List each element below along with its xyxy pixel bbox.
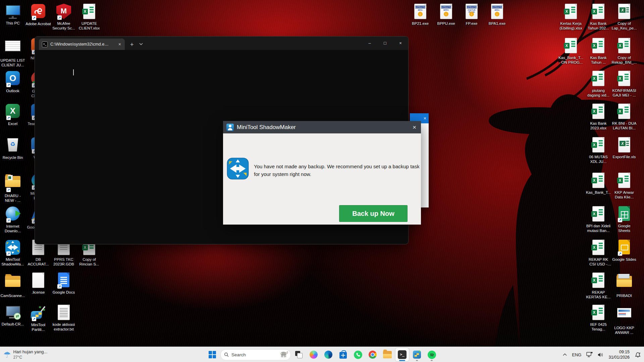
pwizard-icon: ★★↗ — [30, 305, 46, 321]
desktop-icon[interactable]: ⇄Default-CR... — [0, 304, 25, 326]
desktop-icon-label: This PC — [0, 21, 25, 25]
desktop-icon[interactable]: O↗Outlook — [0, 70, 25, 93]
backup-now-button[interactable]: Back up Now — [339, 205, 408, 222]
xls-file-icon: X — [616, 4, 632, 20]
taskbar-search[interactable]: Search — [220, 349, 291, 360]
desktop-icon-label: DB ACCURAT... — [25, 257, 51, 267]
language-indicator[interactable]: ENG — [572, 352, 581, 357]
desktop-icon-label: BPA1.exe — [484, 21, 510, 26]
desktop-icon[interactable]: ★★↗MiniTool Partiti... — [25, 304, 51, 332]
excel-file-icon: X — [563, 4, 579, 20]
desktop-icon[interactable]: XExportFile.xls — [611, 137, 637, 159]
shadowmaker-app-icon — [226, 124, 234, 131]
desktop-icon[interactable]: XKas Bank 2023.xlsx — [586, 103, 611, 131]
dialog-close-icon[interactable]: × — [411, 124, 418, 131]
weather-widget[interactable]: ☂ Hari hujan yang... 27°C — [3, 348, 47, 361]
maximize-button[interactable]: □ — [377, 37, 393, 50]
desktop-icon-label: MiniTool Partiti... — [25, 322, 51, 332]
excel-file-icon: X — [563, 38, 579, 54]
monitor-icon — [5, 3, 21, 19]
desktop-icon-label: BP21.exe — [408, 21, 433, 26]
desktop-icon[interactable]: This PC — [0, 3, 25, 25]
taskbar-file-explorer[interactable] — [381, 348, 394, 361]
notification-bell-icon[interactable]: z — [635, 352, 641, 358]
close-button[interactable]: × — [393, 37, 408, 50]
close-icon[interactable]: × — [424, 116, 426, 121]
weather-temperature: 27°C — [13, 355, 47, 360]
desktop-icon[interactable]: XCopy of Rekap_BNI_... — [611, 38, 637, 65]
desktop-icon[interactable]: XREKAP RK CSI USD - 2022.... — [586, 239, 611, 267]
desktop-icon[interactable]: EXTRACTORBPA1↓BPA1.exe — [484, 3, 510, 26]
running-indicator — [431, 360, 433, 361]
taskbar-spotify[interactable] — [425, 348, 438, 361]
desktop-icon-label: Kertas Kerja (Ebilling).xlsx — [558, 21, 584, 31]
taskbar-edge[interactable] — [322, 348, 335, 361]
desktop-icon-label: kode aktivasi extractor.txt — [51, 322, 76, 332]
minitool-partition-wizard-icon — [413, 351, 421, 359]
tab-close-icon[interactable]: × — [118, 42, 122, 47]
desktop-icon[interactable]: M↗McAfee Security Sc... — [51, 3, 76, 31]
network-icon[interactable] — [586, 352, 593, 357]
desktop-icon[interactable]: ↗Internet Downlo... — [0, 206, 25, 234]
taskbar-microsoft-store[interactable] — [336, 348, 350, 361]
windows-logo-icon — [209, 351, 216, 358]
whatsapp-icon — [354, 351, 362, 359]
extractor-icon: EXTRACTORFAKTUR PAJAK↓ — [464, 4, 480, 20]
excel-file-icon: X — [590, 273, 606, 289]
taskbar-copilot[interactable] — [307, 348, 320, 361]
desktop-icon-label: DHARU - NEW - ... — [0, 193, 25, 203]
minimize-button[interactable]: – — [362, 37, 377, 50]
desktop-icon[interactable]: ↗Google Slides — [611, 239, 637, 262]
desktop-icon[interactable]: ↗Google Docs — [51, 272, 76, 295]
desktop-icon[interactable]: XKas Bank Tahun ... — [586, 38, 611, 65]
desktop-icon[interactable]: Xpiutang dagang xid... — [586, 70, 611, 98]
desktop-icon[interactable]: LOGO KKP ANWAR ... — [611, 304, 637, 335]
desktop-icon[interactable]: ↗DHARU - NEW - ... — [0, 172, 25, 203]
desktop-icon[interactable]: UPDATE LIST CLIENT JU... — [0, 38, 25, 68]
desktop-icon[interactable]: XIIEF 0425 Tenag... — [586, 304, 611, 332]
taskbar-minitool-partition-wizard[interactable] — [410, 348, 424, 361]
desktop-icon[interactable]: X↗Excel — [0, 103, 25, 126]
desktop-icon[interactable]: XUPDATE CLIENT.xlsx — [76, 3, 102, 31]
desktop-icon[interactable]: XKKP Anwar Data Klie... — [611, 172, 637, 200]
taskbar-start[interactable] — [206, 348, 219, 361]
desktop-icon[interactable]: XKas Bank Tahun 202... — [586, 3, 611, 31]
tab-dropdown-icon[interactable] — [139, 41, 143, 47]
desktop-icon[interactable]: EXTRACTORBP21↓BP21.exe — [408, 3, 433, 26]
desktop-icon[interactable]: XBPI dan Xideli mutasi Ban... — [586, 206, 611, 233]
volume-icon[interactable] — [598, 352, 603, 357]
desktop-icon[interactable]: ↗MiniTool ShadowMa... — [0, 239, 25, 267]
desktop-icon[interactable]: .license — [25, 272, 51, 295]
excel-file-icon: X — [590, 137, 606, 153]
desktop-icon[interactable]: ↗Adobe Acrobat — [25, 3, 51, 26]
desktop-icon[interactable]: XREKAP KERTAS KE... — [586, 272, 611, 300]
hidden-icons-chevron-icon[interactable] — [563, 353, 567, 356]
shortcut-arrow-icon: ↗ — [6, 83, 11, 87]
desktop-icon-label: FP.exe — [459, 21, 484, 26]
taskbar-chrome[interactable] — [366, 348, 379, 361]
taskbar-task-view[interactable] — [292, 348, 306, 361]
desktop-icon[interactable]: XRK BNI - DUA LAUTAN BI... — [611, 103, 637, 131]
file-explorer-icon — [383, 351, 392, 358]
terminal-tab[interactable]: >_ C:\Windows\system32\cmd.e… × — [39, 39, 125, 50]
taskbar-whatsapp[interactable] — [351, 348, 365, 361]
desktop-icon[interactable]: PRIBADI — [611, 272, 637, 298]
desktop-icon[interactable]: X06 MUTAS XDL JU... — [586, 137, 611, 164]
desktop-icon-label: RK BNI - DUA LAUTAN BI... — [611, 121, 637, 131]
clock[interactable]: 09:15 31/01/2026 — [608, 349, 630, 360]
desktop-icon[interactable]: Recycle Bin — [0, 137, 25, 160]
desktop-icon[interactable]: CamScanne... — [0, 272, 25, 298]
desktop-icon[interactable]: XKONFIRMASI GAJI MEI - ... — [611, 70, 637, 98]
desktop-icon[interactable]: ↗Google Sheets — [611, 206, 637, 233]
desktop-icon[interactable]: EXTRACTORFAKTUR PAJAK↓FP.exe — [459, 3, 484, 26]
taskbar-terminal[interactable]: >_ — [395, 348, 409, 361]
desktop-icon[interactable]: XKertas Kerja (Ebilling).xlsx — [558, 3, 584, 31]
desktop-icon-label: Kas_Bank_T... — [586, 190, 611, 195]
desktop-icon[interactable]: EXTRACTORBPPU↓BPPU.exe — [433, 3, 459, 26]
new-tab-button[interactable]: + — [130, 42, 134, 48]
desktop-icon[interactable]: XKas_Bank_T... - ON PROG... — [558, 38, 584, 65]
desktop-icon[interactable]: XCopy of Lap_Keu_pe... — [611, 3, 637, 31]
desktop-icon[interactable]: kode aktivasi extractor.txt — [51, 304, 76, 332]
shadowmaker-icon: ↗ — [5, 240, 21, 256]
desktop-icon[interactable]: XKas_Bank_T... — [586, 172, 611, 195]
